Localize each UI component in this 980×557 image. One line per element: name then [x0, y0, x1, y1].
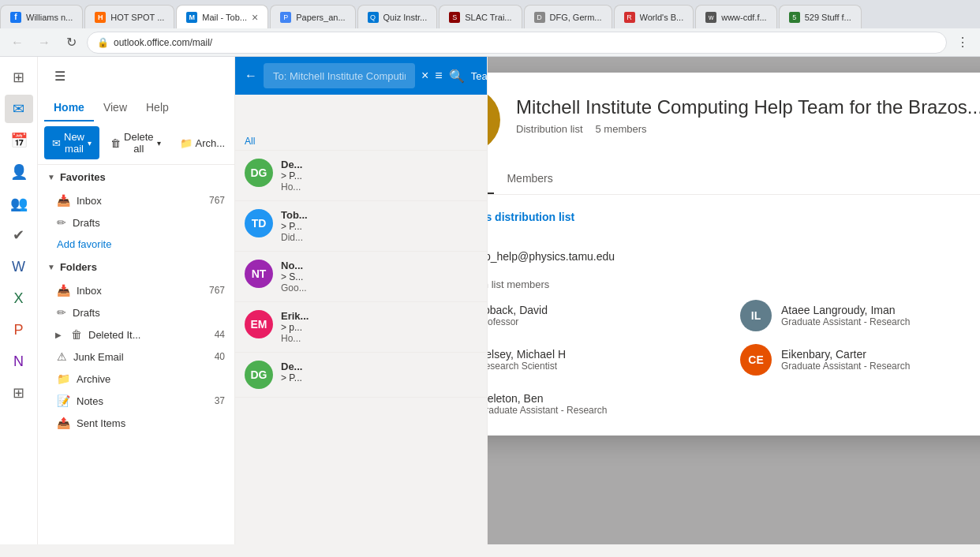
delete-all-button[interactable]: 🗑 Delete all ▾ — [103, 126, 169, 159]
tab-favicon-papers: P — [280, 12, 291, 23]
folder-inbox-name: Inbox — [77, 285, 203, 297]
member-info-dt: Toback, David Professor — [488, 304, 548, 327]
tab-label-hotspot: HOT SPOT ... — [110, 13, 164, 22]
tab-favicon-hotspot: H — [95, 12, 106, 23]
onenote-icon-button[interactable]: N — [5, 347, 33, 376]
member-item-mk: MK Kelsey, Michael H Research Scientist — [488, 344, 728, 376]
modal-title: Mitchell Institute Computing Help Team f… — [516, 96, 980, 118]
search-input[interactable] — [264, 63, 415, 88]
address-text: outlook.office.com/mail/ — [114, 37, 212, 48]
teams-label: Teams ca... — [471, 70, 488, 82]
modal-tab-members[interactable]: Members — [494, 164, 565, 194]
forward-button[interactable]: → — [33, 32, 55, 54]
groups-icon-button[interactable]: 👥 — [5, 189, 33, 218]
folders-section-header[interactable]: ▼ Folders — [38, 255, 234, 279]
tasks-icon-button[interactable]: ✔ — [5, 221, 33, 249]
mail-content-4: De... > P... — [281, 361, 477, 383]
drafts-icon: ✏ — [57, 216, 66, 229]
modal-title-area: Mitchell Institute Computing Help Team f… — [516, 88, 980, 135]
mail-sender-0: De... — [281, 159, 477, 170]
browser-toolbar: ← → ↻ 🔒 outlook.office.com/mail/ ⋮ — [0, 28, 980, 57]
folders-chevron: ▼ — [47, 263, 55, 271]
folder-junk[interactable]: ⚠ Junk Email 40 — [38, 346, 234, 368]
filter-bar: All — [235, 133, 487, 151]
mail-icon-button[interactable]: ✉ — [5, 95, 33, 123]
archive-label: Arch... — [196, 137, 226, 149]
member-name-bm: Meleton, Ben — [488, 392, 607, 405]
modal-type: Distribution list — [516, 123, 583, 135]
tab-papers[interactable]: P Papers_an... — [270, 5, 355, 28]
apps-icon-button[interactable]: ⊞ — [5, 63, 33, 92]
tab-fb[interactable]: f Williams n... — [0, 5, 83, 28]
favorites-inbox-name: Inbox — [77, 195, 203, 207]
nav-tab-help[interactable]: Help — [137, 95, 178, 121]
tab-quiz[interactable]: Q Quiz Instr... — [357, 5, 438, 28]
search-icon-btn[interactable]: 🔍 — [449, 63, 465, 88]
tab-bar: f Williams n... H HOT SPOT ... M Mail - … — [0, 0, 980, 28]
mail-item-0[interactable]: DG De... > P... Ho... — [235, 151, 487, 201]
nav-tab-view[interactable]: View — [94, 95, 137, 121]
favorites-label: Favorites — [60, 171, 106, 183]
member-role-bm: Graduate Assistant - Research — [488, 405, 607, 416]
back-nav-btn[interactable]: ← — [245, 63, 257, 88]
contacts-icon-button[interactable]: 👤 — [5, 158, 33, 186]
tab-close-mail[interactable]: × — [252, 11, 258, 24]
tab-mail[interactable]: M Mail - Tob... × — [176, 5, 268, 28]
reload-button[interactable]: ↻ — [60, 32, 82, 54]
folder-inbox-icon: 📥 — [57, 284, 70, 297]
folder-notes[interactable]: 📝 Notes 37 — [38, 390, 234, 412]
filter-search-btn[interactable]: ≡ — [435, 63, 442, 88]
mail-list: ← × ≡ 🔍 Teams ca... All DG De... > P... … — [235, 57, 488, 544]
tab-hotspot[interactable]: H HOT SPOT ... — [84, 5, 174, 28]
delete-all-caret[interactable]: ▾ — [157, 139, 161, 148]
folder-archive[interactable]: 📁 Archive — [38, 368, 234, 390]
folder-drafts[interactable]: ✏ Drafts — [38, 301, 234, 323]
tab-slac[interactable]: S SLAC Trai... — [439, 5, 522, 28]
avatar-1: TD — [245, 209, 273, 237]
mail-item-3[interactable]: EM Erik... > p... Ho... — [235, 302, 487, 353]
member-name-mk: Kelsey, Michael H — [488, 348, 566, 361]
email-value: mitchcomp_help@physics.tamu.edu — [488, 250, 980, 263]
modal-tab-about[interactable]: About — [488, 164, 494, 194]
folder-drafts-name: Drafts — [73, 307, 225, 319]
word-icon-button[interactable]: W — [5, 252, 33, 281]
folder-deleted[interactable]: ▶ 🗑 Deleted It... 44 — [38, 323, 234, 346]
mail-item-2[interactable]: NT No... > S... Goo... — [235, 252, 487, 302]
folder-deleted-chevron: ▶ — [55, 331, 62, 339]
filter-all-label[interactable]: All — [245, 136, 255, 147]
back-button[interactable]: ← — [6, 32, 28, 54]
folder-junk-count: 40 — [215, 351, 225, 362]
tab-529[interactable]: 5 529 Stuff f... — [779, 5, 862, 28]
close-search-btn[interactable]: × — [421, 63, 428, 88]
tab-dfg[interactable]: D DFG, Germ... — [524, 5, 612, 28]
mail-item-4[interactable]: DG De... > P... — [235, 353, 487, 398]
calendar-icon-button[interactable]: 📅 — [5, 126, 33, 155]
new-mail-button[interactable]: ✉ New mail ▾ — [44, 126, 99, 159]
folder-sent[interactable]: 📤 Sent Items — [38, 412, 234, 434]
address-bar[interactable]: 🔒 outlook.office.com/mail/ — [87, 32, 947, 54]
folder-sent-name: Sent Items — [77, 417, 225, 429]
favorites-inbox[interactable]: 📥 Inbox 767 — [38, 189, 234, 211]
nav-tab-home[interactable]: Home — [44, 95, 94, 121]
new-mail-caret[interactable]: ▾ — [88, 139, 92, 148]
mail-item-1[interactable]: TD Tob... > P... Did... — [235, 201, 487, 252]
favorites-section-header[interactable]: ▼ Favorites — [38, 165, 234, 189]
archive-button[interactable]: 📁 Arch... — [172, 133, 234, 154]
browser-menu-button[interactable]: ⋮ — [952, 32, 974, 54]
folder-inbox-count: 767 — [209, 285, 225, 296]
folder-inbox[interactable]: 📥 Inbox 767 — [38, 279, 234, 301]
tab-label-www: www-cdf.f... — [721, 13, 766, 22]
hamburger-button[interactable]: ☰ — [47, 63, 73, 88]
member-avatar-ce: CE — [740, 344, 772, 376]
tab-www[interactable]: w www-cdf.f... — [695, 5, 776, 28]
more-apps-icon-button[interactable]: ⊞ — [5, 379, 33, 407]
mail-preview-1: Did... — [281, 232, 477, 243]
powerpoint-icon-button[interactable]: P — [5, 316, 33, 344]
favorites-drafts[interactable]: ✏ Drafts — [38, 211, 234, 234]
modal-avatar: M — [488, 88, 500, 151]
tab-label-papers: Papers_an... — [296, 13, 345, 22]
tab-worlds[interactable]: R World's B... — [614, 5, 694, 28]
excel-icon-button[interactable]: X — [5, 284, 33, 312]
add-favorite-btn[interactable]: Add favorite — [38, 234, 234, 255]
mail-sender-1: Tob... — [281, 209, 477, 221]
